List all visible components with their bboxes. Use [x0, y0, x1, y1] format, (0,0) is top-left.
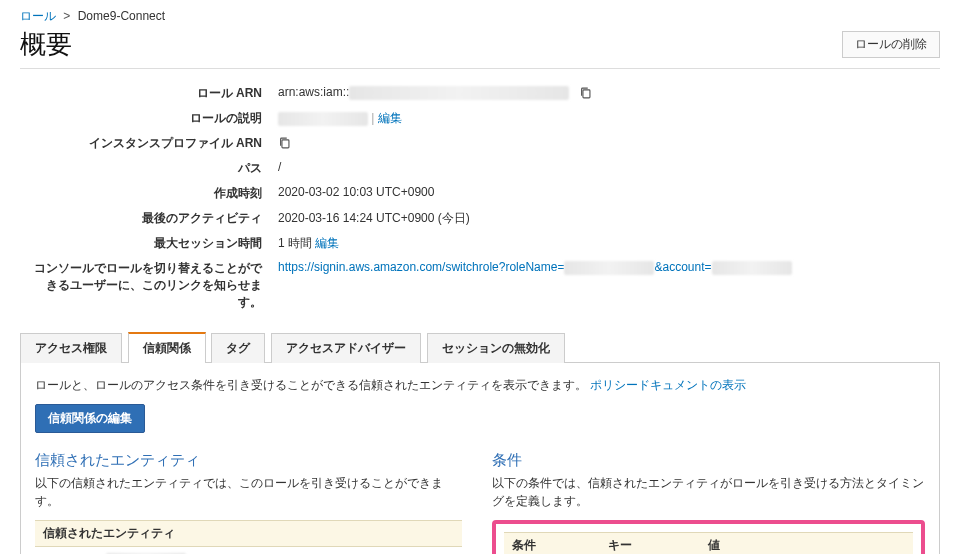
tabs: アクセス権限 信頼関係 タグ アクセスアドバイザー セッションの無効化 — [20, 331, 940, 363]
cond-header-value: 値 — [700, 533, 913, 555]
delete-role-button[interactable]: ロールの削除 — [842, 31, 940, 58]
desc-label: ロールの説明 — [20, 106, 270, 131]
tab-revoke[interactable]: セッションの無効化 — [427, 333, 565, 363]
arn-value: arn:aws:iam:: — [278, 85, 349, 99]
edit-trust-button[interactable]: 信頼関係の編集 — [35, 404, 145, 433]
trusted-entities-desc: 以下の信頼されたエンティティでは、このロールを引き受けることができます。 — [35, 474, 462, 510]
role-summary-table: ロール ARN arn:aws:iam:: ロールの説明 | 編集 インスタンス… — [20, 81, 940, 315]
table-row: アカウント — [35, 547, 462, 555]
arn-label: ロール ARN — [20, 81, 270, 106]
policy-document-link[interactable]: ポリシードキュメントの表示 — [590, 378, 746, 392]
trust-desc: ロールと、ロールのアクセス条件を引き受けることができる信頼されたエンティティを表… — [35, 378, 587, 392]
switch-role-label: コンソールでロールを切り替えることができるユーザーに、このリンクを知らせます。 — [20, 256, 270, 315]
tab-content-trust: ロールと、ロールのアクセス条件を引き受けることができる信頼されたエンティティを表… — [20, 363, 940, 554]
conditions-highlight-box: 条件 キー 値 StringEquals sts:ExternalId xYM+ — [492, 520, 925, 554]
trusted-entities-table: 信頼されたエンティティ アカウント — [35, 520, 462, 554]
svg-rect-0 — [583, 90, 590, 98]
session-value: 1 時間 — [278, 236, 312, 250]
cond-header-key: キー — [600, 533, 701, 555]
path-value: / — [270, 156, 940, 181]
switch-role-link-account[interactable]: &account= — [654, 260, 711, 274]
activity-label: 最後のアクティビティ — [20, 206, 270, 231]
cond-header-condition: 条件 — [504, 533, 600, 555]
breadcrumb-current: Dome9-Connect — [78, 9, 165, 23]
created-value: 2020-03-02 10:03 UTC+0900 — [270, 181, 940, 206]
entities-header: 信頼されたエンティティ — [35, 521, 462, 547]
copy-icon[interactable] — [579, 86, 593, 100]
conditions-table: 条件 キー 値 StringEquals sts:ExternalId xYM+ — [504, 532, 913, 554]
copy-icon[interactable] — [278, 136, 292, 150]
edit-description-link[interactable]: 編集 — [378, 111, 402, 125]
conditions-title: 条件 — [492, 451, 925, 470]
created-label: 作成時刻 — [20, 181, 270, 206]
breadcrumb-parent[interactable]: ロール — [20, 9, 56, 23]
tab-permissions[interactable]: アクセス権限 — [20, 333, 122, 363]
svg-rect-1 — [282, 140, 289, 148]
activity-value: 2020-03-16 14:24 UTC+0900 (今日) — [270, 206, 940, 231]
session-label: 最大セッション時間 — [20, 231, 270, 256]
tab-tags[interactable]: タグ — [211, 333, 265, 363]
path-label: パス — [20, 156, 270, 181]
trusted-entities-title: 信頼されたエンティティ — [35, 451, 462, 470]
breadcrumb: ロール > Dome9-Connect — [20, 8, 940, 25]
tab-trust[interactable]: 信頼関係 — [128, 332, 206, 363]
conditions-desc: 以下の条件では、信頼されたエンティティがロールを引き受ける方法とタイミングを定義… — [492, 474, 925, 510]
profile-arn-label: インスタンスプロファイル ARN — [20, 131, 270, 156]
page-title: 概要 — [20, 27, 72, 62]
switch-role-link[interactable]: https://signin.aws.amazon.com/switchrole… — [278, 260, 564, 274]
edit-session-link[interactable]: 編集 — [315, 236, 339, 250]
tab-advisor[interactable]: アクセスアドバイザー — [271, 333, 421, 363]
